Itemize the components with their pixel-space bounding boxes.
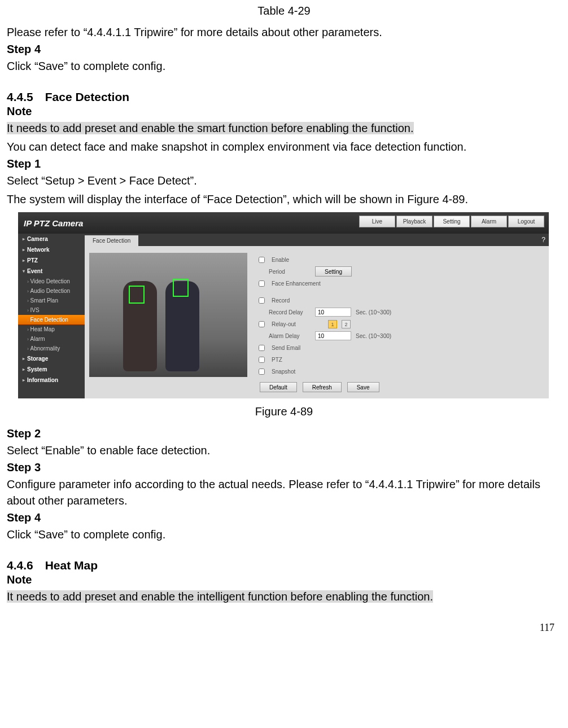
- nav-live[interactable]: Live: [359, 216, 395, 227]
- refer-tripwire-text: Please refer to “4.4.4.1.1 Tripwire” for…: [7, 24, 561, 41]
- configure-param-text: Configure parameter info according to th…: [7, 476, 561, 509]
- relay-1-chip[interactable]: 1: [328, 320, 337, 328]
- enable-checkbox[interactable]: [259, 257, 265, 263]
- default-button[interactable]: Default: [260, 382, 297, 392]
- system-display-text: The system will display the interface of…: [7, 191, 561, 208]
- figure-caption: Figure 4-89: [7, 405, 561, 418]
- enable-face-text: Select “Enable” to enable face detection…: [7, 442, 561, 459]
- face-enhancement-checkbox[interactable]: [259, 280, 265, 287]
- section-446-heading: 4.4.6 Heat Map: [7, 559, 561, 572]
- ptz-label: PTZ: [272, 357, 334, 363]
- alarm-delay-label: Alarm Delay: [259, 333, 311, 339]
- step2-label: Step 2: [7, 427, 561, 440]
- preset-intelligent-note: It needs to add preset and enable the in…: [7, 589, 561, 605]
- refresh-button[interactable]: Refresh: [303, 382, 342, 392]
- page-number: 117: [7, 622, 554, 634]
- sidebar-audio-detection[interactable]: Audio Detection: [18, 286, 85, 296]
- send-email-checkbox[interactable]: [259, 345, 265, 351]
- video-preview: [89, 253, 247, 377]
- note-label-a: Note: [7, 105, 561, 118]
- record-label: Record: [272, 297, 334, 304]
- top-nav: Live Playback Setting Alarm Logout: [359, 216, 544, 227]
- record-delay-input[interactable]: [315, 308, 351, 317]
- sidebar-network[interactable]: Network: [18, 244, 85, 255]
- snapshot-label: Snapshot: [272, 369, 334, 375]
- face-box-1: [129, 286, 145, 304]
- step4-label-b: Step 4: [7, 511, 561, 524]
- app-titlebar: IP PTZ Camera Live Playback Setting Alar…: [18, 212, 549, 234]
- nav-playback[interactable]: Playback: [396, 216, 432, 227]
- sidebar-heat-map[interactable]: Heat Map: [18, 324, 85, 334]
- sidebar-ivs[interactable]: IVS: [18, 305, 85, 315]
- alarm-delay-input[interactable]: [315, 331, 351, 340]
- relay-out-checkbox[interactable]: [259, 321, 265, 327]
- sidebar-face-detection[interactable]: Face Detection: [18, 315, 85, 324]
- record-delay-label: Record Delay: [259, 309, 311, 315]
- nav-alarm[interactable]: Alarm: [471, 216, 507, 227]
- enable-label: Enable: [272, 257, 334, 263]
- sidebar-system[interactable]: System: [18, 364, 85, 375]
- app-title: IP PTZ Camera: [24, 218, 83, 228]
- save-config-text-a: Click “Save” to complete config.: [7, 58, 561, 74]
- sidebar-video-detection[interactable]: Video Detection: [18, 277, 85, 286]
- face-box-2: [173, 279, 189, 297]
- table-caption: Table 4-29: [7, 5, 561, 17]
- select-path-text: Select “Setup > Event > Face Detect”.: [7, 173, 561, 189]
- sidebar-event[interactable]: Event: [18, 266, 85, 277]
- nav-logout[interactable]: Logout: [508, 216, 544, 227]
- ptz-checkbox[interactable]: [259, 357, 265, 363]
- record-checkbox[interactable]: [259, 297, 265, 304]
- sidebar-ptz[interactable]: PTZ: [18, 255, 85, 266]
- send-email-label: Send Email: [272, 345, 334, 351]
- preset-smart-note: It needs to add preset and enable the sm…: [7, 120, 561, 137]
- step3-label: Step 3: [7, 461, 561, 474]
- sidebar-camera[interactable]: Camera: [18, 234, 85, 244]
- snapshot-checkbox[interactable]: [259, 369, 265, 375]
- record-delay-unit: Sec. (10~300): [356, 309, 391, 315]
- tab-face-detection[interactable]: Face Detection: [85, 235, 138, 246]
- relay-2-chip[interactable]: 2: [342, 320, 351, 328]
- step1-label: Step 1: [7, 157, 561, 170]
- section-445-heading: 4.4.5 Face Detection: [7, 90, 561, 104]
- sidebar-alarm[interactable]: Alarm: [18, 334, 85, 344]
- face-detection-screenshot: IP PTZ Camera Live Playback Setting Alar…: [18, 212, 549, 398]
- save-config-text-b: Click “Save” to complete config.: [7, 527, 561, 543]
- face-detect-desc: You can detect face and make snapshot in…: [7, 139, 561, 155]
- relay-out-label: Relay-out: [272, 321, 324, 327]
- sidebar-abnormality[interactable]: Abnormality: [18, 344, 85, 353]
- alarm-delay-unit: Sec. (10~300): [356, 333, 391, 339]
- help-icon[interactable]: ?: [541, 236, 545, 244]
- step4-label-a: Step 4: [7, 43, 561, 56]
- save-button[interactable]: Save: [347, 382, 379, 392]
- period-label: Period: [259, 269, 311, 275]
- nav-setting[interactable]: Setting: [434, 216, 470, 227]
- settings-form: Enable PeriodSetting Face Enhancement Re…: [259, 253, 391, 392]
- sidebar-information[interactable]: Information: [18, 375, 85, 385]
- sidebar: Camera Network PTZ Event Video Detection…: [18, 234, 85, 398]
- sidebar-smart-plan[interactable]: Smart Plan: [18, 296, 85, 305]
- face-enhancement-label: Face Enhancement: [272, 280, 334, 287]
- sidebar-storage[interactable]: Storage: [18, 353, 85, 364]
- period-setting-button[interactable]: Setting: [315, 266, 352, 277]
- note-label-b: Note: [7, 573, 561, 586]
